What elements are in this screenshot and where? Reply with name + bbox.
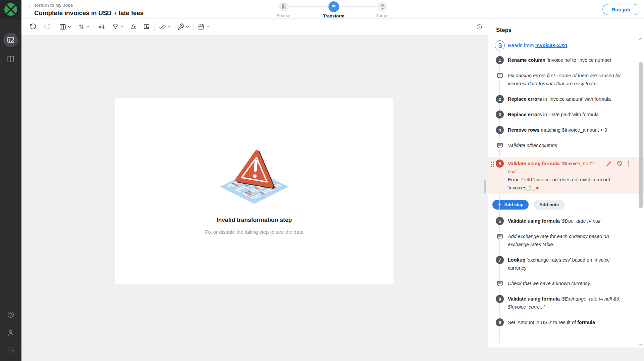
- sidebar-nav: [0, 19, 21, 63]
- account-icon: [7, 329, 15, 337]
- add-note-button[interactable]: Add note: [534, 200, 565, 210]
- top-header: ← Return to My Jobs Complete invoices in…: [21, 0, 644, 19]
- back-label: Return to My Jobs: [35, 3, 73, 8]
- step-error-message: Error: Field 'Invoice_no' does not exist…: [508, 176, 631, 192]
- note-icon: [496, 72, 504, 80]
- step-row-5[interactable]: 5Validate using formula '$Invoice_no != …: [488, 157, 644, 194]
- data-canvas: Invalid transformation step Fix or disab…: [21, 35, 488, 348]
- step-number-badge: 8: [496, 295, 504, 303]
- svg-text:?: ?: [10, 313, 12, 317]
- note-row[interactable]: Validate other columns: [496, 141, 631, 149]
- sidebar-item-logout[interactable]: [7, 347, 15, 355]
- source-file-link[interactable]: invoices-2.txt: [535, 42, 568, 48]
- sort-icon: [77, 23, 85, 31]
- step-row-2[interactable]: 2Replace errors in 'Invoice amount' with…: [496, 95, 631, 103]
- sidebar-bottom: ?: [0, 311, 21, 361]
- scrollbar-thumb[interactable]: [639, 62, 643, 208]
- drag-handle-icon[interactable]: [490, 161, 495, 168]
- fix-button[interactable]: [176, 22, 190, 32]
- steps-heading: Steps: [496, 27, 512, 34]
- dates-button[interactable]: [197, 22, 211, 32]
- step-row-4[interactable]: 4Remove rows matching $Invoice_amount < …: [496, 126, 631, 134]
- undo-button[interactable]: [29, 22, 38, 32]
- step-content: Rename column 'Invoice no' to 'invoice n…: [508, 56, 612, 64]
- step-number-badge: 2: [496, 95, 504, 103]
- stepper-target-label: Target: [376, 13, 388, 18]
- step-row-3[interactable]: 3Replace errors in 'Date paid' with form…: [496, 110, 631, 119]
- disable-icon[interactable]: [616, 160, 623, 167]
- source-file-icon: [495, 40, 505, 50]
- panel-resize-handle[interactable]: [484, 180, 486, 193]
- stepper-target[interactable]: Target: [376, 2, 388, 18]
- toolbar-group: [25, 22, 55, 32]
- step-text-segment: Set 'Amount in USD' to result of: [508, 320, 577, 325]
- step-text-segment: Replace errors: [508, 96, 542, 102]
- stepper-transform[interactable]: Transform: [323, 1, 344, 18]
- sidebar-item-jobs[interactable]: [3, 33, 18, 47]
- step-number-badge: 3: [496, 110, 504, 119]
- step-text-segment: Lookup: [508, 257, 525, 263]
- undo-icon: [30, 23, 37, 31]
- step-text-segment: Rename column: [508, 57, 545, 63]
- step-number-badge: 7: [496, 256, 504, 264]
- clover-logo-icon: [4, 3, 17, 16]
- step-text-segment: in 'Invoice amount' with formula: [542, 96, 611, 102]
- sidebar-item-account[interactable]: [7, 329, 15, 337]
- back-link[interactable]: ← Return to My Jobs: [28, 3, 73, 8]
- validate-button[interactable]: [158, 22, 172, 32]
- note-row[interactable]: Fix parsing errors first - some of them …: [496, 72, 631, 88]
- step-text: Lookup 'exchange-rates.csv' based on 'In…: [508, 256, 631, 272]
- source-step-row[interactable]: Reads from invoices-2.txt: [496, 40, 631, 50]
- step-text-segment: Replace errors: [508, 112, 542, 117]
- svg-text:?: ?: [478, 25, 480, 29]
- target-icon: [377, 2, 387, 12]
- steps-list: Reads from invoices-2.txt1Rename column …: [488, 40, 644, 334]
- jobs-icon: [7, 36, 15, 44]
- sort-button[interactable]: [76, 22, 91, 32]
- chevron-down-icon: [68, 25, 71, 29]
- empty-state-title: Invalid transformation step: [217, 217, 292, 224]
- lookup-button[interactable]: [142, 22, 151, 32]
- empty-state-subtitle: Fix or disable the failing step to see t…: [205, 229, 304, 235]
- run-job-button[interactable]: Run job: [602, 4, 639, 15]
- chevron-down-icon: [120, 25, 124, 29]
- step-text-segment: Remove rows: [508, 127, 539, 133]
- step-content: Validate using formula '$Due_date != nul…: [508, 217, 601, 225]
- note-row[interactable]: Add exchange rate for each currency base…: [496, 232, 631, 249]
- chevron-down-icon: [86, 25, 90, 29]
- step-row-1[interactable]: 1Rename column 'Invoice no' to 'invoice …: [496, 56, 631, 64]
- help-icon: ?: [7, 311, 15, 319]
- more-icon[interactable]: [627, 160, 629, 167]
- step-text: Replace errors in 'Invoice amount' with …: [508, 95, 611, 103]
- edit-icon[interactable]: [606, 160, 612, 167]
- logout-icon: [7, 347, 15, 355]
- step-row-6[interactable]: 6Validate using formula '$Due_date != nu…: [496, 217, 631, 225]
- filter-button[interactable]: [111, 22, 125, 32]
- formula-button[interactable]: fx: [129, 22, 138, 31]
- chevron-down-icon: [206, 25, 210, 29]
- stepper-source[interactable]: Source: [276, 2, 290, 18]
- validate-icon: [159, 23, 166, 31]
- step-row-7[interactable]: 7Lookup 'exchange-rates.csv' based on 'I…: [496, 256, 631, 272]
- sidebar-item-help[interactable]: ?: [7, 311, 15, 319]
- app-logo[interactable]: [0, 0, 21, 19]
- step-text: Validate using formula '$Due_date != nul…: [508, 217, 601, 225]
- note-icon: [496, 232, 504, 240]
- invalid-step-card: Invalid transformation step Fix or disab…: [115, 98, 393, 284]
- toolbar-items: fx: [25, 22, 214, 32]
- add-step-button[interactable]: Add step: [492, 200, 529, 210]
- scroll-up-button[interactable]: [638, 36, 643, 41]
- toolbar-help-button[interactable]: ?: [476, 24, 483, 30]
- step-number-badge: 4: [496, 126, 504, 134]
- step-row-9[interactable]: 9Set 'Amount in USD' to result of formul…: [496, 318, 631, 326]
- scroll-down-button[interactable]: [638, 342, 643, 347]
- filter-icon: [112, 23, 119, 31]
- sidebar-item-docs[interactable]: [6, 55, 15, 63]
- formula-icon: fx: [130, 24, 137, 30]
- step-row-8[interactable]: 8Validate using formula '$Exchange_rate …: [496, 295, 631, 311]
- note-icon: [496, 141, 504, 149]
- redo-icon: [43, 23, 51, 31]
- limit-rows-button[interactable]: [97, 22, 106, 32]
- columns-button[interactable]: [58, 22, 72, 32]
- note-row[interactable]: Check that we have a known currency.: [496, 279, 631, 287]
